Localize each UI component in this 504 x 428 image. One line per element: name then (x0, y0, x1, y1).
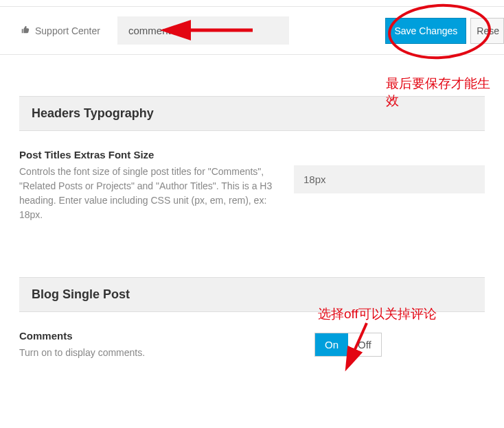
section-headers-typography: Headers Typography (19, 96, 485, 131)
setting-desc: Controls the font size of single post ti… (19, 165, 280, 222)
comments-toggle-off[interactable]: Off (348, 333, 381, 356)
setting-title: Comments (19, 330, 301, 342)
setting-post-titles-font-size: Post Titles Extras Font Size Controls th… (19, 131, 485, 222)
support-center-label: Support Center (35, 25, 100, 36)
setting-title: Post Titles Extras Font Size (19, 149, 280, 160)
section-blog-single-post: Blog Single Post (19, 277, 485, 312)
thumbs-up-icon (21, 25, 30, 36)
save-changes-button[interactable]: Save Changes (385, 18, 466, 44)
reset-button[interactable]: Rese (470, 18, 504, 44)
comments-toggle-on[interactable]: On (315, 333, 348, 356)
header-bar: Support Center Save Changes Rese (0, 7, 504, 55)
setting-desc: Turn on to display comments. (19, 346, 301, 360)
search-input[interactable] (117, 16, 289, 45)
setting-comments: Comments Turn on to display comments. On… (19, 312, 485, 360)
support-center-link[interactable]: Support Center (21, 25, 100, 36)
comments-toggle: On Off (314, 333, 382, 357)
font-size-input[interactable] (294, 165, 485, 193)
